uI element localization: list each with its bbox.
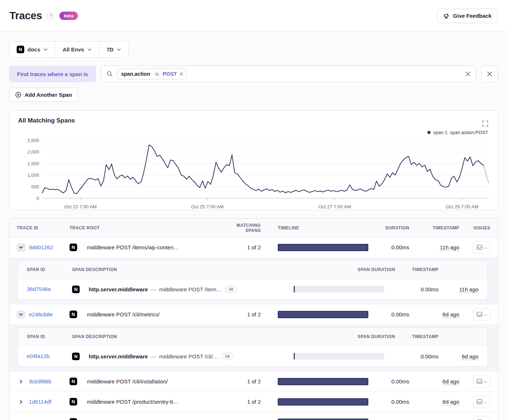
timeline-bar[interactable] [278, 244, 368, 251]
expand-chevron-icon[interactable] [17, 377, 25, 386]
header-trace-id: TRACE ID [17, 225, 70, 230]
span-duration-value: 0.00ms [395, 353, 439, 359]
timeline-bar[interactable] [278, 419, 368, 420]
span-status-badge: ok [221, 353, 234, 360]
chart-plot: Oct 23 7:00 AMOct 25 7:00 AMOct 27 7:00 … [42, 140, 489, 202]
span-duration-value: 0.00ms [395, 286, 439, 292]
project-selector[interactable]: N docs [9, 42, 55, 57]
header-span-duration: SPAN DURATION [290, 267, 395, 272]
trace-id-link[interactable]: 9cb9f88b [29, 378, 51, 384]
duration-value: 0.00ms [366, 244, 409, 250]
issues-button[interactable]: – [473, 396, 490, 408]
timeline-bar[interactable] [278, 378, 368, 385]
search-filter-token[interactable]: span.action is POST [117, 68, 187, 79]
traces-table: TRACE ID TRACE ROOT MATCHING SPANS TIMEL… [9, 218, 498, 420]
page-title: Traces [9, 10, 42, 22]
timestamp-value[interactable]: 6d ago [443, 399, 459, 405]
table-row: 94601262 N middleware POST /items/wp-con… [9, 237, 498, 257]
timestamp-value[interactable]: 11h ago [440, 244, 459, 250]
duration-value: 0.00ms [366, 311, 409, 317]
header-timeline: TIMELINE [261, 225, 366, 230]
timestamp-value[interactable]: 6d ago [443, 378, 459, 384]
trace-root-text: middleware POST /product/sentry-b… [87, 399, 221, 405]
span-status-badge: ok [225, 286, 238, 293]
give-feedback-button[interactable]: Give Feedback [437, 9, 498, 23]
remove-span-filter-button[interactable] [481, 66, 498, 82]
header-span-timestamp: TIMESTAMP [395, 267, 439, 272]
span-subtable-header: SPAN ID SPAN DESCRIPTION SPAN DURATION T… [18, 261, 487, 279]
collapse-chevron-icon[interactable] [17, 310, 25, 319]
timeline-bar[interactable] [278, 398, 368, 406]
help-icon[interactable]: ? [47, 12, 54, 20]
x-axis-tick: Oct 27 7:00 AM [318, 204, 351, 209]
matching-spans-count: 1 of 2 [221, 244, 261, 250]
nextjs-logo-icon: N [72, 286, 80, 293]
span-search-input[interactable]: span.action is POST [101, 66, 476, 82]
token-remove-icon[interactable] [179, 72, 186, 76]
header-trace-root: TRACE ROOT [70, 225, 221, 230]
header-issues: ISSUES [459, 225, 490, 230]
nextjs-logo-icon: N [70, 311, 77, 318]
collapse-chevron-icon[interactable] [17, 243, 25, 252]
nextjs-logo-icon: N [70, 398, 77, 406]
trace-id-link[interactable]: e246cb8e [29, 311, 53, 317]
expand-chevron-icon[interactable] [17, 398, 25, 406]
span-operation: http.server.middleware [89, 353, 148, 359]
span-id-link[interactable]: 36d7546e [27, 286, 51, 292]
chart-legend: span 1: span.action:POST [427, 130, 488, 135]
trace-id-link[interactable]: 5b72a6bf [29, 419, 52, 420]
y-axis-tick: 2,500 [27, 138, 39, 143]
span-timeline-track[interactable] [294, 353, 384, 359]
span-subtable-header: SPAN ID SPAN DESCRIPTION SPAN DURATION T… [18, 328, 487, 346]
header-span-id: SPAN ID [27, 267, 72, 272]
issues-button[interactable]: – [473, 308, 490, 321]
trace-id-link[interactable]: 1d6114df [29, 399, 51, 405]
trace-id-link[interactable]: 94601262 [29, 244, 53, 250]
nextjs-logo-icon: N [70, 418, 77, 420]
megaphone-icon [443, 13, 450, 19]
x-axis-tick: Oct 25 7:00 AM [191, 204, 224, 209]
clear-search-icon[interactable] [465, 71, 471, 77]
issues-button[interactable]: – [473, 416, 490, 420]
beta-badge: beta [59, 12, 78, 20]
add-another-span-label: Add Another Span [25, 92, 72, 98]
spans-chart-svg [42, 140, 489, 202]
table-row: 9cb9f88b N middleware POST /cli/installa… [9, 371, 498, 391]
environment-selector[interactable]: All Envs [55, 42, 99, 57]
chart-area: 05001,0001,5002,0002,500 Oct 23 7:00 AMO… [18, 140, 489, 202]
timeline-bar[interactable] [278, 311, 368, 318]
inbox-icon [477, 312, 482, 317]
span-timeline-track[interactable] [294, 286, 384, 292]
issues-button[interactable]: – [473, 375, 490, 388]
timestamp-value[interactable]: 6d ago [443, 311, 459, 317]
date-range-selector[interactable]: 7D [99, 42, 128, 57]
matching-spans-count: 1 of 2 [221, 311, 261, 317]
issues-button[interactable]: – [473, 241, 490, 254]
inbox-icon [477, 245, 482, 250]
project-selector-label: docs [28, 46, 40, 53]
span-id-link[interactable]: e04fa12b [27, 353, 50, 359]
add-another-span-button[interactable]: Add Another Span [9, 88, 78, 102]
expanded-span-zone: SPAN ID SPAN DESCRIPTION SPAN DURATION T… [9, 324, 498, 371]
span-subtable: SPAN ID SPAN DESCRIPTION SPAN DURATION T… [17, 260, 488, 300]
filter-bar: N docs All Envs 7D [9, 41, 129, 58]
span-timeline-marker [294, 353, 295, 359]
table-row: e246cb8e N middleware POST /cli/metrics/… [9, 304, 498, 324]
span-timestamp-value[interactable]: 11h ago [459, 286, 478, 292]
expand-chevron-icon[interactable] [17, 418, 25, 420]
chart-title: All Matching Spans [18, 117, 489, 124]
matching-spans-chart-card: All Matching Spans span 1: span.action:P… [9, 110, 498, 210]
span-timestamp-value[interactable]: 6d ago [462, 353, 478, 359]
x-axis-tick: Oct 29 7:00 AM [446, 204, 478, 209]
span-description-text: middleware POST /cli/… [159, 353, 218, 359]
trace-rows: 94601262 N middleware POST /items/wp-con… [9, 237, 498, 420]
span-operation: http.server.middleware [89, 286, 148, 292]
fullscreen-icon[interactable] [482, 121, 488, 126]
y-axis-tick: 2,000 [27, 149, 39, 155]
legend-label: span 1: span.action:POST [433, 130, 488, 135]
duration-value: 0.00ms [366, 378, 409, 384]
date-range-selector-label: 7D [106, 46, 113, 53]
issues-count: – [484, 312, 487, 317]
header-span-timestamp: TIMESTAMP [395, 334, 439, 339]
chevron-down-icon [87, 48, 92, 51]
